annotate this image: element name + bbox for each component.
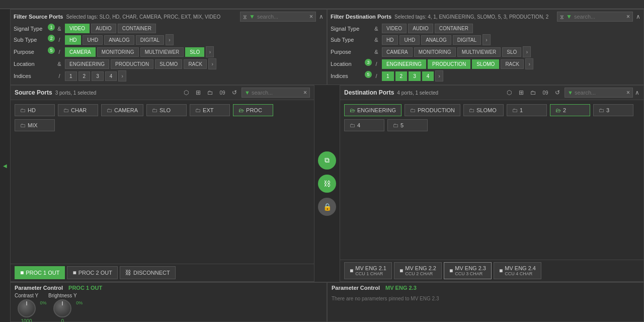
dest-param-title-text: Parameter Control	[332, 285, 380, 291]
source-indices-scroll[interactable]: ›	[118, 70, 126, 82]
lock-connector-btn[interactable]: 🔒	[318, 198, 336, 216]
dest-container-btn[interactable]: CONTAINER	[435, 24, 473, 33]
dest-folder-4[interactable]: 🗀 4	[344, 119, 384, 131]
dest-hd-btn[interactable]: HD	[382, 35, 398, 45]
dest-video-btn[interactable]: VIDEO	[382, 24, 407, 33]
source-idx4-btn[interactable]: 4	[105, 71, 117, 81]
source-folder-char[interactable]: 🗀 CHAR	[58, 104, 98, 116]
source-folder-mix[interactable]: 🗀 MIX	[15, 119, 55, 131]
source-monitoring-btn[interactable]: MONITORING	[97, 47, 139, 57]
source-hd-btn[interactable]: HD	[65, 35, 81, 45]
dest-folder-5[interactable]: 🗀 5	[387, 119, 428, 131]
source-idx3-btn[interactable]: 3	[92, 71, 104, 81]
dest-grid-icon[interactable]: ⊞	[516, 88, 526, 98]
dest-idx4-btn[interactable]: 4	[422, 71, 434, 81]
source-multiviewer-btn[interactable]: MULTIVIEWER	[140, 47, 184, 57]
source-refresh-icon[interactable]: ↺	[229, 88, 239, 98]
source-folder-hd[interactable]: 🗀 HD	[15, 104, 55, 116]
dest-folder-production[interactable]: 🗀 PRODUCTION	[405, 104, 460, 116]
contrast-percent: 0%	[40, 300, 47, 305]
dest-folder-slomo[interactable]: 🗀 SLOMO	[463, 104, 504, 116]
dest-mveng21-btn[interactable]: ■ MV ENG 2.1 CCU 1 CHAR	[344, 262, 392, 279]
dest-camera-btn[interactable]: CAMERA	[382, 47, 413, 57]
source-location-scroll[interactable]: ›	[208, 58, 216, 69]
contrast-knob[interactable]	[18, 299, 36, 317]
source-analog-btn[interactable]: ANALOG	[104, 35, 134, 45]
dest-mveng23-btn[interactable]: ■ MV ENG 2.3 CCU 3 CHAR	[444, 262, 492, 279]
dest-uhd-btn[interactable]: UHD	[399, 35, 420, 45]
dest-ports-close-icon[interactable]: ×	[626, 89, 630, 96]
dest-engineering-btn[interactable]: ENGINEERING	[382, 59, 426, 69]
dest-refresh-icon[interactable]: ↺	[552, 88, 562, 98]
dest-purpose-scroll[interactable]: ›	[523, 46, 531, 57]
dest-slomo-btn[interactable]: SLOMO	[472, 59, 499, 69]
dest-indices-scroll[interactable]: ›	[435, 70, 443, 82]
dest-ports-collapse-btn[interactable]: ∧	[635, 89, 639, 96]
dest-filter-close-icon[interactable]: ×	[626, 13, 630, 20]
source-disconnect-btn[interactable]: ⛓ DISCONNECT	[120, 266, 176, 279]
source-filter-collapse-btn[interactable]: ∧	[319, 13, 324, 20]
dest-idx1-btn[interactable]: 1	[382, 71, 394, 81]
source-cube-icon[interactable]: ⬡	[181, 88, 191, 98]
source-filter-close-icon[interactable]: ×	[309, 13, 313, 20]
source-uhd-btn[interactable]: UHD	[83, 35, 103, 45]
source-proc1-out-btn[interactable]: ■ PROC 1 OUT	[15, 266, 65, 279]
source-ports-panel: Source Ports 3 ports, 1 selected ⬡ ⊞ 🗀 0…	[10, 85, 314, 282]
source-proc2-out-btn[interactable]: ■ PROC 2 OUT	[67, 266, 117, 279]
dest-folder-tool-icon[interactable]: 🗀	[528, 88, 538, 98]
source-folder-ext[interactable]: 🗀 EXT	[190, 104, 230, 116]
dest-num-icon[interactable]: 09	[540, 88, 550, 98]
source-slo-btn[interactable]: SLO	[185, 47, 204, 57]
dest-folder-2[interactable]: 🗁 2	[550, 104, 590, 116]
source-camera-btn[interactable]: CAMERA	[65, 47, 96, 57]
dest-digital-btn[interactable]: DIGITAL	[453, 35, 481, 45]
dest-production-btn[interactable]: PRODUCTION	[428, 59, 470, 69]
source-slomo-btn[interactable]: SLOMO	[155, 59, 182, 69]
source-folder-camera[interactable]: 🗀 CAMERA	[101, 104, 143, 116]
source-folder-tool-icon[interactable]: 🗀	[205, 88, 215, 98]
dest-folder-1[interactable]: 🗀 1	[507, 104, 547, 116]
source-digital-btn[interactable]: DIGITAL	[136, 35, 164, 45]
source-action-row: ■ PROC 1 OUT ■ PROC 2 OUT ⛓ DISCONNECT	[11, 264, 314, 281]
source-folder-slo[interactable]: 🗀 SLO	[146, 104, 187, 116]
source-rack-btn[interactable]: RACK	[184, 59, 207, 69]
dest-folder-3[interactable]: 🗀 3	[593, 104, 633, 116]
dest-filter-collapse-btn[interactable]: ∧	[636, 13, 640, 20]
dest-mveng22-btn[interactable]: ■ MV ENG 2.2 CCU 2 CHAR	[394, 262, 442, 279]
dest-folder-engineering[interactable]: 🗁 ENGINEERING	[344, 104, 401, 116]
dest-mveng24-btn[interactable]: ■ MV ENG 2.4 CCU 4 CHAR	[494, 262, 541, 279]
source-production-btn[interactable]: PRODUCTION	[111, 59, 153, 69]
source-filter-search-input[interactable]	[257, 14, 307, 20]
dest-monitoring-btn[interactable]: MONITORING	[414, 47, 456, 57]
dest-filter-search-input[interactable]	[574, 14, 624, 20]
source-purpose-scroll[interactable]: ›	[206, 46, 214, 57]
dest-subtype-row: Sub Type & HD UHD ANALOG DIGITAL ›	[331, 34, 640, 45]
dest-rack-btn[interactable]: RACK	[501, 59, 524, 69]
source-folder-char-icon: 🗀	[63, 107, 69, 113]
source-grid-icon[interactable]: ⊞	[193, 88, 203, 98]
source-idx2-btn[interactable]: 2	[78, 71, 91, 81]
source-subtype-scroll[interactable]: ›	[166, 34, 174, 45]
dest-idx3-btn[interactable]: 3	[409, 71, 421, 81]
dest-ports-search-input[interactable]	[575, 90, 625, 96]
dest-slo-btn[interactable]: SLO	[502, 47, 521, 57]
source-ports-search-input[interactable]	[252, 90, 302, 96]
dest-multiviewer-btn[interactable]: MULTIVIEWER	[457, 47, 501, 57]
dest-audio-btn[interactable]: AUDIO	[408, 24, 433, 33]
source-folder-proc[interactable]: 🗁 PROC	[233, 104, 273, 116]
source-num-icon[interactable]: 09	[217, 88, 227, 98]
source-audio-btn[interactable]: AUDIO	[91, 24, 116, 33]
source-ports-close-icon[interactable]: ×	[303, 89, 307, 96]
brightness-knob[interactable]	[53, 299, 71, 317]
dest-cube-icon[interactable]: ⬡	[504, 88, 514, 98]
dest-location-scroll[interactable]: ›	[525, 58, 533, 69]
link-connector-btn[interactable]: ⛓	[318, 175, 336, 193]
source-idx1-btn[interactable]: 1	[65, 71, 77, 81]
dest-idx2-btn[interactable]: 2	[395, 71, 408, 81]
copy-connector-btn[interactable]: ⧉	[318, 151, 336, 170]
dest-analog-btn[interactable]: ANALOG	[421, 35, 451, 45]
source-engineering-btn[interactable]: ENGINEERING	[65, 59, 109, 69]
source-container-btn[interactable]: CONTAINER	[118, 24, 156, 33]
source-video-btn[interactable]: VIDEO	[65, 24, 90, 33]
dest-subtype-scroll[interactable]: ›	[482, 34, 491, 45]
